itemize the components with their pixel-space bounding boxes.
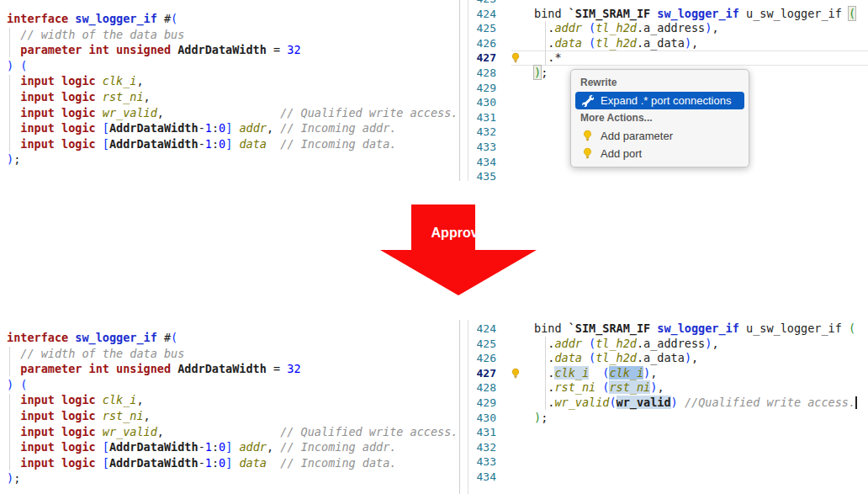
gutter-cell: [496, 321, 534, 337]
line-number: 425: [0, 21, 496, 36]
port-token: clk_i: [554, 366, 589, 380]
gutter-cell: [496, 81, 534, 96]
code-text[interactable]: );: [534, 411, 548, 426]
line-number: 430: [0, 95, 496, 110]
p2-token: (: [849, 321, 855, 335]
p1-token: ): [685, 351, 691, 364]
port-token: tl_h2d: [595, 351, 637, 364]
code-token: .a_data: [637, 36, 685, 50]
p1-token: ): [643, 366, 650, 380]
code-token: [582, 21, 589, 35]
wrench-icon: [581, 94, 594, 107]
p1-token: ): [671, 396, 678, 409]
code-text[interactable]: .data (tl_h2d.a_data),: [534, 36, 698, 51]
after-editor-screenshot: interface sw_logger_if #( // width of th…: [0, 320, 868, 494]
menu-group-rewrite: Rewrite: [575, 74, 744, 92]
code-text[interactable]: .rst_ni (rst_ni),: [534, 380, 664, 396]
b-token: wr_valid: [617, 396, 671, 409]
code-line: 431: [0, 425, 868, 440]
code-text[interactable]: .data (tl_h2d.a_data),: [534, 351, 698, 366]
gutter-cell: [496, 169, 534, 181]
gutter-cell: [496, 110, 534, 125]
line-number: 432: [0, 440, 496, 455]
code-token: ;: [541, 66, 548, 79]
code-text[interactable]: .addr (tl_h2d.a_address),: [534, 21, 719, 36]
menu-item-label: Expand .* port connections: [601, 94, 731, 107]
p2-token: ): [534, 411, 541, 424]
line-number: 428: [0, 380, 496, 396]
line-number: 433: [0, 140, 496, 155]
code-token: .a_address: [637, 21, 705, 35]
b-token: `SIM_SRAM_IF: [569, 321, 651, 335]
code-line: 427 .clk_i (clk_i),: [0, 366, 868, 381]
code-token: ,: [712, 21, 718, 35]
gutter-cell: [496, 155, 534, 170]
port-token: clk_i: [609, 366, 643, 380]
code-line: 423: [0, 0, 868, 7]
code-token: ,: [712, 337, 718, 350]
port-token: tl_h2d: [595, 21, 637, 35]
code-token: ,: [657, 380, 664, 394]
menu-item-label: Add parameter: [601, 130, 673, 142]
text-cursor: [855, 396, 857, 409]
menu-item-label: Add port: [601, 147, 642, 160]
line-number: 424: [0, 321, 496, 337]
code-line: 424bind `SIM_SRAM_IF sw_logger_if u_sw_l…: [0, 321, 868, 337]
code-text[interactable]: .addr (tl_h2d.a_address),: [534, 337, 719, 352]
code-token: ;: [541, 411, 548, 424]
port-token: data: [554, 36, 582, 50]
code-text[interactable]: bind `SIM_SRAM_IF sw_logger_if u_sw_logg…: [534, 7, 855, 22]
menu-item-expand-port-connections[interactable]: Expand .* port connections: [575, 92, 744, 109]
gutter-cell: [496, 411, 534, 426]
b-token: `SIM_SRAM_IF: [569, 7, 651, 20]
gutter-cell: [496, 440, 534, 455]
line-number: 425: [0, 337, 496, 352]
line-number: 434: [0, 470, 496, 485]
line-number: 426: [0, 36, 496, 51]
line-number: 428: [0, 66, 496, 81]
menu-item-add-port[interactable]: Add port: [575, 145, 744, 162]
gutter-cell: [496, 425, 534, 440]
gutter-cell: [496, 66, 534, 81]
code-line: 426 .data (tl_h2d.a_data),: [0, 36, 868, 51]
code-token: u_sw_logger_if: [739, 321, 849, 335]
cm-token: //Qualified write access.: [685, 396, 855, 409]
gutter-cell: [496, 125, 534, 140]
approve-arrow-label: Approve: [380, 226, 537, 241]
gutter-cell: [496, 21, 534, 36]
gutter-cell: [496, 0, 534, 7]
lightbulb-icon[interactable]: [496, 50, 534, 66]
line-number: 430: [0, 411, 496, 426]
code-text[interactable]: );: [534, 66, 548, 81]
lightbulb-icon: [581, 130, 594, 142]
menu-group-more-actions: More Actions...: [575, 109, 744, 127]
lightbulb-icon[interactable]: [496, 366, 534, 381]
before-editor-screenshot: interface sw_logger_if #( // width of th…: [0, 0, 868, 181]
gutter-cell: [496, 140, 534, 155]
line-number: 431: [0, 110, 496, 125]
gutter-cell: [496, 95, 534, 110]
code-text[interactable]: bind `SIM_SRAM_IF sw_logger_if u_sw_logg…: [534, 321, 855, 337]
port-token: data: [554, 351, 582, 364]
p1-token: (: [609, 396, 616, 409]
code-token: .: [534, 21, 554, 35]
code-token: ,: [650, 366, 657, 380]
line-number: 432: [0, 125, 496, 140]
code-token: .: [534, 36, 554, 50]
line-number: 424: [0, 7, 496, 22]
code-text[interactable]: .clk_i (clk_i),: [534, 366, 657, 381]
code-text[interactable]: .wr_valid(wr_valid) //Qualified write ac…: [534, 396, 857, 411]
code-token: bind: [534, 7, 569, 20]
line-number: 426: [0, 351, 496, 366]
code-token: bind: [534, 321, 569, 335]
usage-code-editor-after[interactable]: 424bind `SIM_SRAM_IF sw_logger_if u_sw_l…: [0, 321, 868, 485]
line-number: 427: [0, 366, 496, 381]
code-line: 427 .*: [0, 50, 868, 66]
code-token: [582, 351, 589, 364]
menu-item-add-parameter[interactable]: Add parameter: [575, 127, 744, 145]
code-line: 432: [0, 440, 868, 455]
code-token: ,: [691, 36, 698, 50]
typ-token: sw_logger_if: [657, 321, 739, 335]
code-text[interactable]: .*: [534, 50, 562, 66]
p1-token: (: [589, 337, 595, 350]
